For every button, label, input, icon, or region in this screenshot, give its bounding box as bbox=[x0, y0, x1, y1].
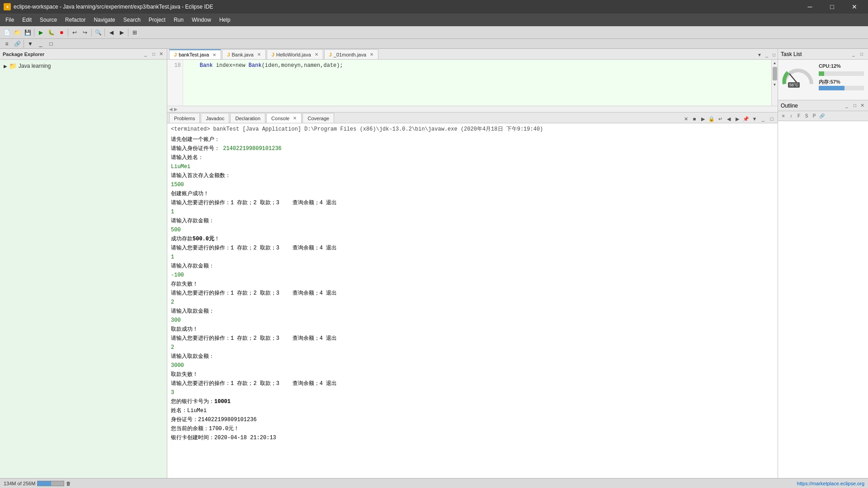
scroll-thumb[interactable] bbox=[773, 67, 777, 80]
package-explorer-minimize[interactable]: _ bbox=[142, 51, 149, 58]
code-editor[interactable]: 18 Bank index=new Bank(iden,moneyn,namen… bbox=[167, 60, 778, 106]
tab-close-console[interactable]: ✕ bbox=[293, 116, 297, 121]
tab-problems[interactable]: Problems bbox=[169, 113, 200, 123]
editor-vscrollbar[interactable]: ▲ ▼ bbox=[771, 60, 778, 106]
console-terminate-button[interactable]: ■ bbox=[690, 115, 698, 123]
prev-button[interactable]: ◀ bbox=[106, 28, 116, 38]
maximize-button[interactable]: □ bbox=[822, 0, 842, 14]
next-button[interactable]: ▶ bbox=[117, 28, 127, 38]
link-button[interactable]: 🔗 bbox=[12, 39, 22, 49]
bottom-maximize[interactable]: □ bbox=[768, 115, 776, 123]
console-line-5: 请输入首次存入金额数： bbox=[171, 171, 774, 180]
menu-bar: File Edit Source Refactor Navigate Searc… bbox=[0, 14, 868, 26]
status-memory: 134M of 256M 🗑 bbox=[4, 481, 71, 486]
outline-hide-static[interactable]: S bbox=[803, 113, 810, 120]
menu-search[interactable]: Search bbox=[120, 15, 144, 24]
debug-button[interactable]: 🐛 bbox=[46, 28, 56, 38]
bottom-minimize[interactable]: _ bbox=[759, 115, 767, 123]
tree-item-java-learning[interactable]: ▶ 📁 Java learning bbox=[2, 61, 165, 70]
menu-navigate[interactable]: Navigate bbox=[90, 15, 118, 24]
new-button[interactable]: 📄 bbox=[2, 28, 12, 38]
console-clear-button[interactable]: ✕ bbox=[682, 115, 690, 123]
console-run-button[interactable]: ▶ bbox=[699, 115, 707, 123]
editor-view-menu[interactable]: ▼ bbox=[756, 51, 763, 58]
minimize-button[interactable]: ─ bbox=[800, 0, 820, 14]
code-content[interactable]: Bank index=new Bank(iden,moneyn,namen,da… bbox=[183, 60, 771, 106]
tab-helloworld[interactable]: J HelloWorld.java ✕ bbox=[267, 49, 323, 59]
editor-maximize[interactable]: □ bbox=[770, 51, 778, 58]
view-menu-button[interactable]: ▼ bbox=[25, 39, 35, 49]
outline-close[interactable]: ✕ bbox=[859, 103, 865, 108]
tab-bank[interactable]: J Bank.java ✕ bbox=[222, 49, 265, 59]
outline-sync[interactable]: 🔗 bbox=[818, 113, 826, 120]
tab-close-month[interactable]: ✕ bbox=[370, 52, 373, 57]
package-explorer-maximize[interactable]: □ bbox=[150, 51, 157, 58]
editor-minimize[interactable]: _ bbox=[763, 51, 770, 58]
console-scroll-lock[interactable]: 🔒 bbox=[708, 115, 716, 123]
perspective-button[interactable]: ⊞ bbox=[130, 28, 140, 38]
outline-sort[interactable]: ↕ bbox=[788, 113, 795, 120]
console-line-15: 请输入存款金额： bbox=[171, 262, 774, 271]
project-icon: 📁 bbox=[9, 62, 17, 70]
tab-coverage[interactable]: Coverage bbox=[302, 113, 334, 123]
tree-arrow: ▶ bbox=[4, 64, 7, 69]
collapse-all-button[interactable]: ≡ bbox=[2, 39, 12, 49]
window-controls: ─ □ ✕ bbox=[800, 0, 864, 14]
outline-minimize[interactable]: _ bbox=[843, 102, 850, 109]
bottom-view-menu[interactable]: ▼ bbox=[750, 115, 759, 123]
undo-button[interactable]: ↩ bbox=[70, 28, 80, 38]
console-word-wrap[interactable]: ↵ bbox=[716, 115, 724, 123]
task-list-maximize[interactable]: □ bbox=[858, 51, 865, 58]
console-content[interactable]: <terminated> bankTest [Java Application]… bbox=[167, 123, 778, 488]
menu-run[interactable]: Run bbox=[170, 15, 187, 24]
menu-help[interactable]: Help bbox=[216, 15, 234, 24]
tab-declaration[interactable]: Declaration bbox=[230, 113, 265, 123]
tab-close-banktest[interactable]: ✕ bbox=[212, 52, 216, 57]
save-button[interactable]: 💾 bbox=[23, 28, 33, 38]
task-list-minimize[interactable]: _ bbox=[850, 51, 857, 58]
tab-label-console: Console bbox=[271, 116, 289, 121]
open-button[interactable]: 📁 bbox=[12, 28, 22, 38]
tab-label-declaration: Declaration bbox=[235, 116, 260, 121]
menu-source[interactable]: Source bbox=[36, 15, 61, 24]
status-marketplace-link[interactable]: https://marketplace.eclipse.org bbox=[797, 481, 864, 486]
search-button[interactable]: 🔍 bbox=[93, 28, 103, 38]
redo-button[interactable]: ↪ bbox=[80, 28, 90, 38]
scroll-down-arrow[interactable]: ▼ bbox=[772, 81, 778, 88]
scroll-up-arrow[interactable]: ▲ bbox=[772, 60, 778, 66]
editor-area: J bankTest.java ✕ J Bank.java ✕ J HelloW… bbox=[167, 49, 778, 112]
cpu-bar-fill bbox=[819, 71, 824, 76]
outline-maximize[interactable]: □ bbox=[851, 102, 859, 109]
tab-banktest[interactable]: J bankTest.java ✕ bbox=[169, 49, 221, 59]
outline-hide-nonpublic[interactable]: P bbox=[811, 113, 818, 120]
menu-window[interactable]: Window bbox=[188, 15, 215, 24]
console-line-10: 请输入存款金额： bbox=[171, 216, 774, 225]
tab-close-hello[interactable]: ✕ bbox=[315, 52, 318, 57]
status-right: https://marketplace.eclipse.org bbox=[797, 481, 864, 486]
console-line-13: 请输入您要进行的操作：1 存款；2 取款；3 查询余额；4 退出 bbox=[171, 244, 774, 253]
menu-project[interactable]: Project bbox=[145, 15, 169, 24]
editor-hscroll[interactable]: ◀ ▶ bbox=[167, 106, 778, 112]
menu-refactor[interactable]: Refactor bbox=[61, 15, 89, 24]
close-button[interactable]: ✕ bbox=[844, 0, 864, 14]
console-pin[interactable]: 📌 bbox=[742, 115, 750, 123]
tab-console[interactable]: Console ✕ bbox=[266, 113, 302, 123]
console-prev[interactable]: ◀ bbox=[725, 115, 733, 123]
memory-bar-fill bbox=[819, 86, 844, 90]
outline-hide-fields[interactable]: F bbox=[795, 113, 802, 120]
menu-edit[interactable]: Edit bbox=[19, 15, 35, 24]
tab-close-bank[interactable]: ✕ bbox=[257, 52, 261, 57]
console-next[interactable]: ▶ bbox=[733, 115, 741, 123]
memory-label: 内存:57% bbox=[819, 79, 840, 85]
tab-01month[interactable]: J _01month.java ✕ bbox=[324, 49, 378, 59]
minimize-panel-button[interactable]: _ bbox=[36, 39, 46, 49]
run-button[interactable]: ▶ bbox=[36, 28, 46, 38]
stop-button[interactable]: ■ bbox=[57, 28, 66, 38]
package-explorer-close[interactable]: ✕ bbox=[158, 51, 164, 57]
console-line-16: -100 bbox=[171, 271, 774, 280]
tab-javadoc[interactable]: Javadoc bbox=[201, 113, 229, 123]
menu-file[interactable]: File bbox=[2, 15, 18, 24]
maximize-panel-button[interactable]: □ bbox=[46, 39, 56, 49]
outline-collapse[interactable]: ≡ bbox=[780, 113, 787, 120]
memory-gc-icon[interactable]: 🗑 bbox=[66, 481, 71, 486]
